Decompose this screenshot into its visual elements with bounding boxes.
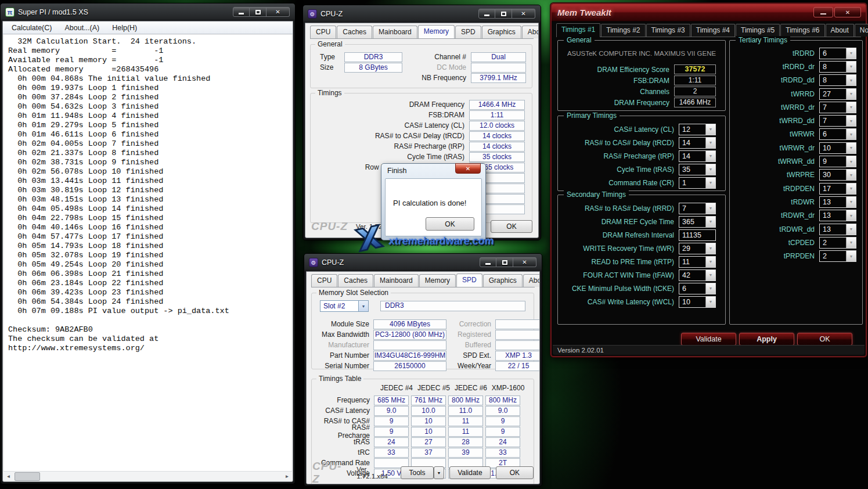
maximize-button[interactable] [495, 9, 512, 19]
menu-item[interactable]: Help(H) [106, 22, 143, 34]
timing-spinner[interactable]: 27 ▼ [819, 88, 856, 100]
maximize-button[interactable] [250, 7, 266, 17]
timing-spinner[interactable]: 13 ▼ [819, 210, 856, 221]
timing-spinner[interactable]: 35 ▼ [679, 164, 716, 175]
dropdown-arrow-icon[interactable]: ▼ [846, 129, 856, 139]
dropdown-arrow-icon[interactable]: ▼ [846, 48, 856, 59]
dropdown-arrow-icon[interactable]: ▼ [705, 124, 715, 135]
dropdown-arrow-icon[interactable]: ▼ [846, 116, 856, 126]
tab[interactable]: Memory [419, 274, 456, 287]
timing-spinner[interactable]: 11 ▼ [679, 256, 716, 268]
tab[interactable]: Timings #3 [646, 24, 690, 37]
timing-spinner[interactable]: 17 ▼ [819, 183, 856, 195]
close-button[interactable]: ✕ [266, 7, 290, 17]
scrollbar-thumb[interactable] [15, 472, 40, 481]
dropdown-arrow-icon[interactable]: ▼ [358, 301, 368, 311]
tab[interactable]: CPU [310, 26, 336, 38]
horizontal-scrollbar[interactable]: ◄ ► [3, 471, 292, 481]
timing-spinner[interactable]: 6 ▼ [819, 128, 856, 140]
scroll-left-icon[interactable]: ◄ [3, 472, 13, 481]
tab[interactable]: Timings #1 [556, 23, 600, 37]
tab[interactable]: Timings #6 [780, 24, 824, 37]
dropdown-arrow-icon[interactable]: ▼ [846, 210, 856, 221]
dropdown-arrow-icon[interactable]: ▼ [846, 75, 856, 85]
timing-spinner[interactable]: 1 ▼ [679, 177, 716, 189]
tab[interactable]: About [523, 274, 540, 287]
dropdown-arrow-icon[interactable]: ▼ [846, 89, 856, 99]
tools-dropdown-button[interactable]: ▼ [434, 466, 444, 479]
timing-spinner[interactable]: 10 ▼ [819, 142, 856, 154]
tab[interactable]: Mainboard [374, 274, 419, 287]
dropdown-arrow-icon[interactable]: ▼ [846, 143, 856, 153]
close-button[interactable]: ✕ [834, 7, 861, 17]
tab[interactable]: About [826, 24, 854, 37]
timing-spinner[interactable]: 8 ▼ [819, 74, 856, 86]
dropdown-arrow-icon[interactable]: ▼ [705, 138, 715, 148]
dropdown-arrow-icon[interactable]: ▼ [705, 151, 715, 161]
scroll-right-icon[interactable]: ► [282, 472, 292, 481]
close-button[interactable]: ✕ [512, 9, 535, 19]
menu-item[interactable]: About...(A) [58, 22, 106, 34]
tab[interactable]: CPU [311, 274, 337, 287]
validate-button[interactable]: Validate [681, 333, 736, 346]
timing-spinner[interactable]: 12 ▼ [679, 124, 716, 135]
validate-button[interactable]: Validate [449, 466, 491, 479]
timing-spinner[interactable]: 7 ▼ [819, 102, 856, 113]
dropdown-arrow-icon[interactable]: ▼ [705, 297, 715, 307]
timing-spinner[interactable]: 365 ▼ [679, 216, 716, 228]
dropdown-arrow-icon[interactable]: ▼ [705, 217, 715, 227]
timing-spinner[interactable]: 30 ▼ [819, 169, 856, 181]
tab[interactable]: Timings #4 [691, 24, 735, 37]
dropdown-arrow-icon[interactable]: ▼ [705, 270, 715, 281]
dropdown-arrow-icon[interactable]: ▼ [846, 62, 856, 72]
tab[interactable]: Timings #5 [736, 24, 780, 37]
timing-spinner[interactable]: 42 ▼ [679, 269, 716, 281]
timing-spinner[interactable]: 10 ▼ [679, 296, 716, 308]
tab[interactable]: SPD [456, 274, 482, 287]
tab[interactable]: Timings #2 [601, 24, 645, 37]
dropdown-arrow-icon[interactable]: ▼ [705, 164, 715, 175]
minimize-button[interactable] [480, 257, 496, 267]
ok-button[interactable]: OK [491, 220, 532, 233]
timing-spinner[interactable]: 13 ▼ [819, 196, 856, 208]
timing-spinner[interactable]: 7 ▼ [679, 203, 716, 214]
timing-spinner[interactable]: 8 ▼ [819, 61, 856, 73]
tab[interactable]: Graphics [482, 26, 521, 38]
tab[interactable]: Graphics [483, 274, 523, 287]
minimize-button[interactable] [478, 9, 495, 19]
ok-button[interactable]: OK [496, 466, 534, 479]
dialog-close-button[interactable]: ✕ [455, 163, 481, 174]
slot-select[interactable]: Slot #2 ▼ [320, 300, 369, 312]
tools-button[interactable]: Tools [401, 466, 434, 479]
tab[interactable]: Caches [337, 26, 372, 38]
timing-spinner[interactable]: 6 ▼ [679, 283, 716, 294]
dropdown-arrow-icon[interactable]: ▼ [846, 224, 856, 235]
timing-spinner[interactable]: 14 ▼ [679, 137, 716, 149]
dropdown-arrow-icon[interactable]: ▼ [705, 283, 715, 294]
dropdown-arrow-icon[interactable]: ▼ [705, 243, 715, 254]
timing-spinner[interactable]: 14 ▼ [679, 150, 716, 162]
dropdown-arrow-icon[interactable]: ▼ [705, 257, 715, 267]
tab[interactable]: SPD [455, 26, 481, 38]
timing-spinner[interactable]: 2 ▼ [819, 250, 856, 262]
dropdown-arrow-icon[interactable]: ▼ [846, 170, 856, 180]
minimize-button[interactable] [233, 7, 250, 17]
tab[interactable]: Caches [338, 274, 373, 287]
maximize-button[interactable] [496, 257, 513, 267]
tab[interactable]: About [522, 26, 539, 38]
timing-spinner[interactable]: 13 ▼ [819, 224, 856, 235]
tab[interactable]: Memory [418, 25, 455, 39]
timing-spinner[interactable]: 9 ▼ [819, 156, 856, 167]
apply-button[interactable]: Apply [739, 333, 794, 346]
dropdown-arrow-icon[interactable]: ▼ [846, 251, 856, 261]
minimize-button[interactable] [813, 7, 833, 17]
tab[interactable]: Mainboard [373, 26, 417, 38]
dropdown-arrow-icon[interactable]: ▼ [846, 184, 856, 194]
close-button[interactable]: ✕ [513, 257, 536, 267]
dropdown-arrow-icon[interactable]: ▼ [846, 238, 856, 248]
tab[interactable]: Notice [855, 24, 868, 37]
timing-spinner[interactable]: 6 ▼ [819, 48, 856, 59]
timing-spinner[interactable]: 29 ▼ [679, 243, 716, 254]
dropdown-arrow-icon[interactable]: ▼ [705, 178, 715, 188]
ok-button[interactable]: OK [797, 333, 852, 346]
